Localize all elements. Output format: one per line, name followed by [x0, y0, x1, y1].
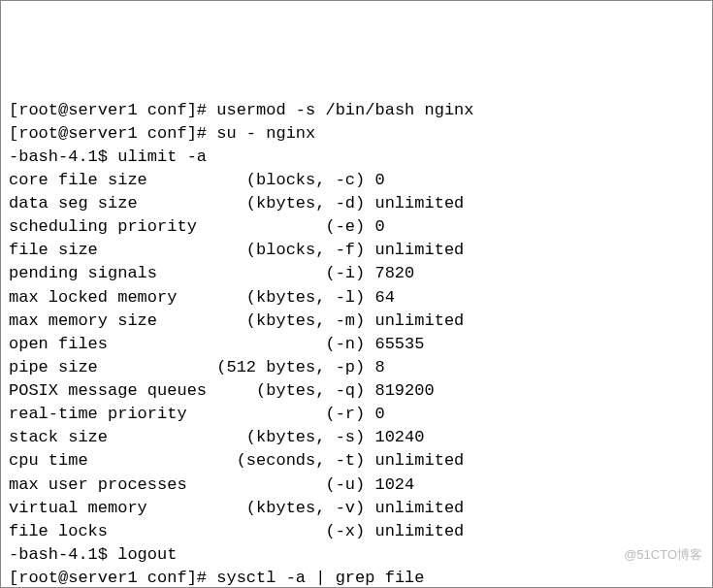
ulimit-value: 1024 — [374, 475, 414, 494]
command: logout — [117, 545, 177, 564]
ulimit-row: scheduling priority (-e) 0 — [9, 215, 704, 239]
ulimit-value: unlimited — [374, 499, 464, 517]
cmd-line-2: [root@server1 conf]# su - nginx — [9, 122, 704, 146]
ulimit-row: core file size (blocks, -c) 0 — [9, 169, 704, 192]
ulimit-row: pending signals (-i) 7820 — [9, 262, 704, 285]
ulimit-row: virtual memory (kbytes, -v) unlimited — [9, 497, 704, 520]
ulimit-value: unlimited — [374, 241, 464, 259]
cmd-line-3: -bash-4.1$ ulimit -a — [9, 146, 704, 169]
ulimit-value: 8 — [374, 358, 384, 376]
ulimit-row: stack size (kbytes, -s) 10240 — [9, 426, 704, 449]
ulimit-value: 0 — [374, 217, 384, 236]
ulimit-row: data seg size (kbytes, -d) unlimited — [9, 192, 704, 215]
ulimit-row: POSIX message queues (bytes, -q) 819200 — [9, 379, 704, 403]
ulimit-value: 819200 — [374, 381, 434, 400]
ulimit-value: unlimited — [374, 451, 464, 470]
command: usermod -s /bin/bash nginx — [216, 101, 473, 119]
ulimit-value: unlimited — [374, 522, 464, 540]
ulimit-row: file size (blocks, -f) unlimited — [9, 239, 704, 262]
prompt: -bash-4.1$ — [9, 545, 117, 564]
ulimit-value: 0 — [374, 171, 384, 189]
cmd-line-logout: -bash-4.1$ logout — [9, 543, 704, 567]
ulimit-row: pipe size (512 bytes, -p) 8 — [9, 356, 704, 379]
command: su - nginx — [216, 124, 315, 143]
terminal-output[interactable]: [root@server1 conf]# usermod -s /bin/bas… — [9, 99, 704, 589]
watermark-label: @51CTO博客 — [624, 546, 702, 564]
prompt: [root@server1 conf]# — [9, 124, 216, 143]
ulimit-value: unlimited — [374, 194, 464, 212]
cmd-line-sysctl: [root@server1 conf]# sysctl -a | grep fi… — [9, 567, 704, 588]
ulimit-value: 7820 — [374, 264, 414, 282]
ulimit-value: 0 — [374, 405, 384, 423]
command: ulimit -a — [117, 147, 207, 166]
ulimit-row: real-time priority (-r) 0 — [9, 403, 704, 426]
ulimit-row: max user processes (-u) 1024 — [9, 474, 704, 497]
ulimit-row: max memory size (kbytes, -m) unlimited — [9, 310, 704, 333]
ulimit-value: 64 — [374, 288, 394, 307]
command: sysctl -a | grep file — [216, 569, 424, 587]
ulimit-row: cpu time (seconds, -t) unlimited — [9, 449, 704, 473]
cmd-line-1: [root@server1 conf]# usermod -s /bin/bas… — [9, 99, 704, 122]
prompt: -bash-4.1$ — [9, 147, 117, 166]
prompt: [root@server1 conf]# — [9, 101, 216, 119]
ulimit-row: file locks (-x) unlimited — [9, 520, 704, 543]
ulimit-value: 10240 — [374, 428, 424, 446]
prompt: [root@server1 conf]# — [9, 569, 216, 587]
ulimit-row: open files (-n) 65535 — [9, 333, 704, 356]
ulimit-row: max locked memory (kbytes, -l) 64 — [9, 286, 704, 310]
ulimit-value: unlimited — [374, 311, 464, 330]
ulimit-value: 65535 — [374, 335, 424, 353]
